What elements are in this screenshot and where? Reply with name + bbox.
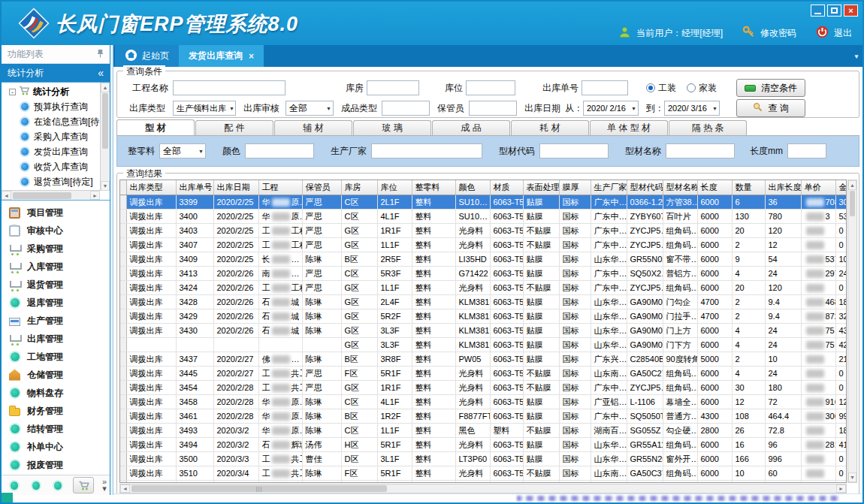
tree-item[interactable]: 采购入库查询 — [2, 129, 110, 144]
project-name-input[interactable] — [173, 80, 285, 95]
keeper-input[interactable] — [469, 101, 517, 116]
column-header[interactable]: 出库长度 — [765, 180, 801, 195]
material-tab[interactable]: 配 件 — [195, 120, 273, 135]
whole-part-select[interactable]: 全部▼ — [159, 143, 206, 158]
logout-link[interactable]: 退出 — [834, 27, 852, 40]
table-row[interactable]: 调拨出库34932020/3/2华原…陈琳C区1L1F整料黑色塑料不贴膜国标湖南… — [120, 424, 847, 438]
sidebar-item[interactable]: 补单中心 — [2, 438, 110, 456]
column-header[interactable]: 工程 — [258, 180, 302, 195]
material-tab[interactable]: 型 材 — [116, 119, 195, 135]
table-row[interactable]: 调拨出库35122020/3/4工共工程陈琳F区1L2F整料光身料6063-T5… — [120, 481, 847, 484]
column-header[interactable]: 型材代码 — [627, 180, 663, 195]
results-vscroll-thumb[interactable] — [850, 191, 855, 216]
out-type-select[interactable]: 生产领料出库▼ — [173, 101, 236, 116]
footer-dot-icon[interactable] — [11, 481, 18, 490]
sidebar-item[interactable]: 财务管理 — [2, 402, 110, 420]
date-to-select[interactable]: 2020/ 3/16▼ — [664, 101, 720, 116]
tree-scroll-thumb[interactable] — [102, 93, 108, 149]
column-header[interactable]: 材质 — [490, 180, 523, 195]
date-from-select[interactable]: 2020/ 2/16▼ — [583, 101, 639, 116]
table-row[interactable]: 调拨出库34242020/2/26工工程严思G区1L1F整料光身料6063-T5… — [120, 281, 847, 295]
sidebar-item[interactable]: 出库管理 — [2, 330, 110, 348]
column-header[interactable]: 库位 — [377, 180, 412, 195]
table-row[interactable]: 调拨出库34282020/2/26石城陈琳G区2L4F整料KLM38176063… — [120, 295, 847, 309]
table-row[interactable]: 调拨出库34582020/2/28华原…陈琳C区4L1F整料光身料6063-T5… — [120, 395, 847, 409]
sidebar-item[interactable]: 退货管理 — [2, 276, 110, 294]
column-header[interactable]: 金 — [835, 180, 847, 195]
table-row[interactable]: 调拨出库34132020/2/26南…严思C区5R3F整料G714226063-… — [120, 267, 847, 281]
column-header[interactable]: 型材名称 — [663, 180, 697, 195]
table-row[interactable]: 调拨出库34292020/2/26石城陈琳G区5R2F整料KLM38176063… — [120, 309, 847, 324]
manufacturer-input[interactable] — [371, 143, 482, 158]
footer-dot-icon[interactable] — [54, 481, 62, 490]
material-tab[interactable]: 成 品 — [432, 120, 510, 135]
length-input[interactable] — [787, 143, 826, 158]
column-header[interactable]: 单价 — [801, 180, 835, 195]
sidebar-item[interactable]: 工地管理 — [2, 348, 110, 366]
material-tab[interactable]: 辅 材 — [274, 120, 352, 135]
tab-shipment-query[interactable]: 发货出库查询 × — [179, 45, 264, 67]
profile-code-input[interactable] — [539, 143, 609, 158]
table-row[interactable]: 调拨出库34942020/3/2石辉城汤伟H区5R1F整料光身料6063-T5贴… — [120, 438, 847, 452]
sidebar-item[interactable]: 入库管理 — [2, 258, 110, 276]
column-header[interactable]: 生产厂家 — [591, 180, 627, 195]
column-header[interactable]: 数量 — [732, 180, 765, 195]
table-row[interactable]: 调拨出库34542020/2/28工共工程严思G区1R1F整料光身料6063-T… — [120, 381, 847, 395]
collapse-icon[interactable]: « — [98, 67, 104, 79]
tree-vertical-scrollbar[interactable]: ▲ ▼ — [100, 83, 110, 191]
column-header[interactable]: 表面处理 — [523, 180, 559, 195]
footer-cart-button[interactable] — [73, 477, 94, 493]
scroll-down-icon[interactable]: ▼ — [101, 181, 110, 191]
table-row[interactable]: 调拨出库34302020/2/26石城陈琳G区3L3F整料KLM38176063… — [120, 324, 847, 338]
pin-icon[interactable] — [97, 49, 104, 60]
warehouse-input[interactable] — [367, 80, 419, 95]
table-row[interactable]: 调拨出库34032020/2/25工工程严思G区1R1F整料光身料6063-T5… — [120, 224, 847, 238]
sidebar-item[interactable]: 结转管理 — [2, 420, 110, 438]
tree-hscroll-thumb[interactable] — [13, 192, 71, 199]
radio-jiazhuang[interactable] — [687, 83, 696, 92]
sidebar-item[interactable]: 仓储管理 — [2, 366, 110, 384]
tree-expander-icon[interactable]: - — [9, 89, 16, 95]
material-tab[interactable]: 玻 璃 — [353, 120, 431, 135]
scroll-up-icon[interactable]: ▲ — [848, 180, 856, 190]
tab-close-icon[interactable]: × — [249, 51, 254, 62]
tree-item[interactable]: 在途信息查询[待 — [2, 114, 110, 129]
column-header[interactable]: 长度 — [697, 180, 732, 195]
tree-horizontal-scrollbar[interactable]: ◄ ► — [2, 190, 100, 200]
clear-conditions-button[interactable]: 清空条件 — [736, 79, 805, 97]
scroll-down-icon[interactable]: ▼ — [848, 472, 856, 482]
results-horizontal-scrollbar[interactable]: ◄ ||| ► — [119, 484, 847, 493]
audit-select[interactable]: 全部▼ — [285, 101, 334, 116]
change-password-link[interactable]: 修改密码 — [760, 27, 796, 40]
tree-root[interactable]: - 统计分析 — [2, 84, 110, 99]
material-tab[interactable]: 单 体 型 材 — [590, 120, 668, 135]
results-vertical-scrollbar[interactable]: ▲ ▼ — [847, 180, 857, 483]
table-row[interactable]: 调拨出库35102020/3/4工共工程陈琳F区5R1F整料光身料6063-T5… — [120, 466, 847, 481]
sidebar-item[interactable]: 项目管理 — [2, 204, 110, 222]
tab-home[interactable]: 起始页 — [115, 45, 179, 67]
close-button[interactable]: × — [844, 5, 858, 17]
order-no-input[interactable] — [582, 80, 628, 95]
column-header[interactable]: 颜色 — [455, 180, 490, 195]
table-row[interactable]: 调拨出库34002020/2/25华原…严思C区4L1F整料SU10…6063-… — [120, 210, 847, 224]
tree-item[interactable]: 发货出库查询 — [2, 144, 110, 159]
color-input[interactable] — [245, 143, 314, 158]
table-row[interactable]: 调拨出库33992020/2/25华原…严思C区2L1F整料SU10…6063-… — [120, 195, 847, 210]
table-row[interactable]: G区3L3F整料KLM38176063-T5贴膜国标山东华…GA90M09…门下… — [120, 338, 847, 352]
minimize-button[interactable] — [811, 5, 825, 17]
table-row[interactable]: 调拨出库34092020/2/25长…陈琳B区2R5F整料LI35HD6063-… — [120, 252, 847, 267]
column-header[interactable]: 出库日期 — [213, 180, 258, 195]
material-tab[interactable]: 隔 热 条 — [669, 120, 747, 135]
sidebar-item[interactable]: 生产管理 — [2, 312, 110, 330]
sidebar-item[interactable]: 审核中心 — [2, 222, 110, 240]
column-header[interactable]: 库房 — [341, 180, 377, 195]
material-tab[interactable]: 耗 材 — [511, 120, 589, 135]
column-header[interactable]: 出库类型 — [126, 180, 176, 195]
tab-list-dropdown-icon[interactable]: ▼ — [853, 53, 859, 60]
column-header[interactable]: 膜厚 — [559, 180, 591, 195]
scroll-left-icon[interactable]: ◄ — [120, 484, 130, 493]
table-row[interactable]: 调拨出库35002020/3/3工共工程曹佳D区3L1F整料LT3P606063… — [120, 452, 847, 466]
search-button[interactable]: 查 询 — [736, 99, 805, 117]
scroll-up-icon[interactable]: ▲ — [101, 83, 110, 92]
profile-name-input[interactable] — [666, 143, 735, 158]
